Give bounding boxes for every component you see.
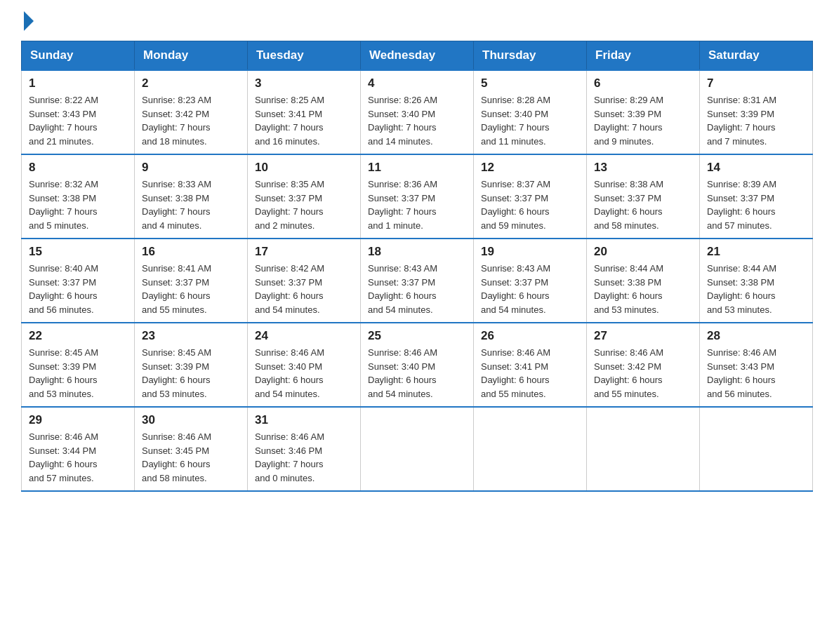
day-info: Sunrise: 8:38 AMSunset: 3:37 PMDaylight:…: [594, 177, 692, 232]
day-header-sunday: Sunday: [22, 41, 135, 71]
day-number: 19: [481, 245, 579, 259]
calendar-cell: [700, 407, 813, 491]
day-header-saturday: Saturday: [700, 41, 813, 71]
day-header-thursday: Thursday: [474, 41, 587, 71]
day-number: 11: [368, 161, 466, 175]
calendar-week-row: 22Sunrise: 8:45 AMSunset: 3:39 PMDayligh…: [22, 323, 813, 407]
day-number: 1: [29, 76, 127, 90]
day-number: 18: [368, 245, 466, 259]
calendar-cell: 22Sunrise: 8:45 AMSunset: 3:39 PMDayligh…: [22, 323, 135, 407]
day-info: Sunrise: 8:46 AMSunset: 3:40 PMDaylight:…: [255, 346, 353, 401]
day-number: 16: [142, 245, 240, 259]
calendar-cell: 7Sunrise: 8:31 AMSunset: 3:39 PMDaylight…: [700, 70, 813, 154]
calendar-cell: 17Sunrise: 8:42 AMSunset: 3:37 PMDayligh…: [248, 239, 361, 323]
day-number: 6: [594, 76, 692, 90]
page-header: [21, 14, 813, 27]
day-info: Sunrise: 8:46 AMSunset: 3:41 PMDaylight:…: [481, 346, 579, 401]
calendar-week-row: 29Sunrise: 8:46 AMSunset: 3:44 PMDayligh…: [22, 407, 813, 491]
calendar-week-row: 8Sunrise: 8:32 AMSunset: 3:38 PMDaylight…: [22, 154, 813, 239]
day-info: Sunrise: 8:45 AMSunset: 3:39 PMDaylight:…: [29, 346, 127, 401]
calendar-cell: [474, 407, 587, 491]
day-info: Sunrise: 8:42 AMSunset: 3:37 PMDaylight:…: [255, 262, 353, 316]
calendar-cell: 30Sunrise: 8:46 AMSunset: 3:45 PMDayligh…: [135, 407, 248, 491]
logo: [21, 14, 34, 27]
calendar-week-row: 1Sunrise: 8:22 AMSunset: 3:43 PMDaylight…: [22, 70, 813, 154]
calendar-cell: 4Sunrise: 8:26 AMSunset: 3:40 PMDaylight…: [361, 70, 474, 154]
day-info: Sunrise: 8:31 AMSunset: 3:39 PMDaylight:…: [707, 93, 805, 148]
day-number: 30: [142, 413, 240, 427]
calendar-cell: 25Sunrise: 8:46 AMSunset: 3:40 PMDayligh…: [361, 323, 474, 407]
day-number: 8: [29, 161, 127, 175]
logo-arrow-icon: [24, 11, 34, 31]
day-header-friday: Friday: [587, 41, 700, 71]
day-info: Sunrise: 8:44 AMSunset: 3:38 PMDaylight:…: [707, 262, 805, 316]
calendar-cell: 12Sunrise: 8:37 AMSunset: 3:37 PMDayligh…: [474, 154, 587, 239]
day-info: Sunrise: 8:25 AMSunset: 3:41 PMDaylight:…: [255, 93, 353, 148]
day-info: Sunrise: 8:40 AMSunset: 3:37 PMDaylight:…: [29, 262, 127, 316]
day-number: 4: [368, 76, 466, 90]
day-info: Sunrise: 8:43 AMSunset: 3:37 PMDaylight:…: [481, 262, 579, 316]
day-info: Sunrise: 8:28 AMSunset: 3:40 PMDaylight:…: [481, 93, 579, 148]
calendar-cell: 28Sunrise: 8:46 AMSunset: 3:43 PMDayligh…: [700, 323, 813, 407]
day-info: Sunrise: 8:22 AMSunset: 3:43 PMDaylight:…: [29, 93, 127, 148]
calendar-week-row: 15Sunrise: 8:40 AMSunset: 3:37 PMDayligh…: [22, 239, 813, 323]
calendar-cell: 9Sunrise: 8:33 AMSunset: 3:38 PMDaylight…: [135, 154, 248, 239]
calendar-cell: 3Sunrise: 8:25 AMSunset: 3:41 PMDaylight…: [248, 70, 361, 154]
day-header-tuesday: Tuesday: [248, 41, 361, 71]
day-number: 13: [594, 161, 692, 175]
day-info: Sunrise: 8:37 AMSunset: 3:37 PMDaylight:…: [481, 177, 579, 232]
day-number: 28: [707, 329, 805, 343]
calendar-cell: 13Sunrise: 8:38 AMSunset: 3:37 PMDayligh…: [587, 154, 700, 239]
day-number: 31: [255, 413, 353, 427]
day-number: 15: [29, 245, 127, 259]
day-number: 2: [142, 76, 240, 90]
calendar-cell: 26Sunrise: 8:46 AMSunset: 3:41 PMDayligh…: [474, 323, 587, 407]
day-info: Sunrise: 8:23 AMSunset: 3:42 PMDaylight:…: [142, 93, 240, 148]
day-info: Sunrise: 8:36 AMSunset: 3:37 PMDaylight:…: [368, 177, 466, 232]
calendar-header-row: SundayMondayTuesdayWednesdayThursdayFrid…: [22, 41, 813, 71]
day-info: Sunrise: 8:46 AMSunset: 3:42 PMDaylight:…: [594, 346, 692, 401]
day-number: 25: [368, 329, 466, 343]
day-number: 10: [255, 161, 353, 175]
day-number: 9: [142, 161, 240, 175]
day-info: Sunrise: 8:29 AMSunset: 3:39 PMDaylight:…: [594, 93, 692, 148]
day-info: Sunrise: 8:35 AMSunset: 3:37 PMDaylight:…: [255, 177, 353, 232]
day-header-monday: Monday: [135, 41, 248, 71]
calendar-cell: 6Sunrise: 8:29 AMSunset: 3:39 PMDaylight…: [587, 70, 700, 154]
calendar-cell: 31Sunrise: 8:46 AMSunset: 3:46 PMDayligh…: [248, 407, 361, 491]
day-info: Sunrise: 8:46 AMSunset: 3:40 PMDaylight:…: [368, 346, 466, 401]
calendar-cell: 18Sunrise: 8:43 AMSunset: 3:37 PMDayligh…: [361, 239, 474, 323]
calendar-cell: 24Sunrise: 8:46 AMSunset: 3:40 PMDayligh…: [248, 323, 361, 407]
day-info: Sunrise: 8:33 AMSunset: 3:38 PMDaylight:…: [142, 177, 240, 232]
calendar-cell: 16Sunrise: 8:41 AMSunset: 3:37 PMDayligh…: [135, 239, 248, 323]
day-number: 20: [594, 245, 692, 259]
day-info: Sunrise: 8:46 AMSunset: 3:45 PMDaylight:…: [142, 430, 240, 485]
day-number: 26: [481, 329, 579, 343]
calendar-cell: 27Sunrise: 8:46 AMSunset: 3:42 PMDayligh…: [587, 323, 700, 407]
calendar-cell: [587, 407, 700, 491]
calendar-cell: 19Sunrise: 8:43 AMSunset: 3:37 PMDayligh…: [474, 239, 587, 323]
calendar-cell: 29Sunrise: 8:46 AMSunset: 3:44 PMDayligh…: [22, 407, 135, 491]
calendar-cell: [361, 407, 474, 491]
calendar-cell: 11Sunrise: 8:36 AMSunset: 3:37 PMDayligh…: [361, 154, 474, 239]
calendar-cell: 21Sunrise: 8:44 AMSunset: 3:38 PMDayligh…: [700, 239, 813, 323]
day-number: 23: [142, 329, 240, 343]
day-number: 3: [255, 76, 353, 90]
day-info: Sunrise: 8:44 AMSunset: 3:38 PMDaylight:…: [594, 262, 692, 316]
calendar-cell: 10Sunrise: 8:35 AMSunset: 3:37 PMDayligh…: [248, 154, 361, 239]
calendar-cell: 20Sunrise: 8:44 AMSunset: 3:38 PMDayligh…: [587, 239, 700, 323]
day-number: 7: [707, 76, 805, 90]
day-info: Sunrise: 8:41 AMSunset: 3:37 PMDaylight:…: [142, 262, 240, 316]
calendar-table: SundayMondayTuesdayWednesdayThursdayFrid…: [21, 41, 813, 492]
day-number: 17: [255, 245, 353, 259]
day-number: 21: [707, 245, 805, 259]
day-info: Sunrise: 8:39 AMSunset: 3:37 PMDaylight:…: [707, 177, 805, 232]
day-number: 14: [707, 161, 805, 175]
day-header-wednesday: Wednesday: [361, 41, 474, 71]
day-info: Sunrise: 8:45 AMSunset: 3:39 PMDaylight:…: [142, 346, 240, 401]
calendar-cell: 14Sunrise: 8:39 AMSunset: 3:37 PMDayligh…: [700, 154, 813, 239]
day-info: Sunrise: 8:26 AMSunset: 3:40 PMDaylight:…: [368, 93, 466, 148]
day-number: 24: [255, 329, 353, 343]
calendar-cell: 23Sunrise: 8:45 AMSunset: 3:39 PMDayligh…: [135, 323, 248, 407]
day-number: 12: [481, 161, 579, 175]
